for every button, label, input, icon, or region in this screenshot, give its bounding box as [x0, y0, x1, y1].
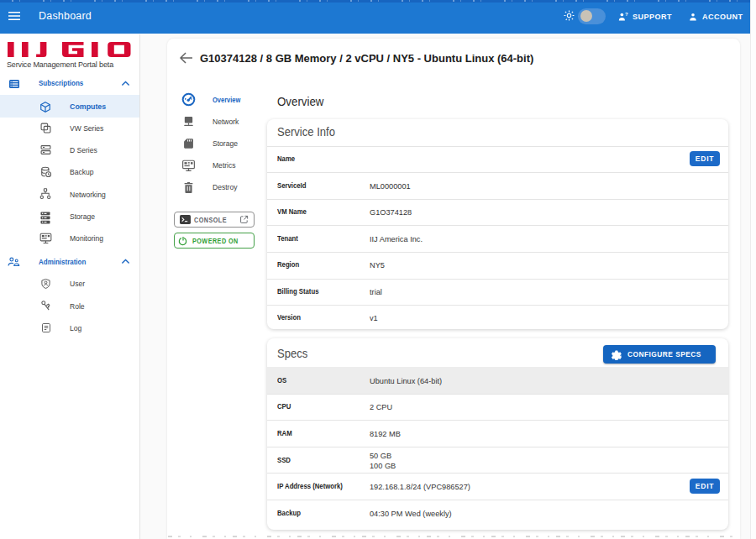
svg-text:?: ? [625, 12, 628, 17]
